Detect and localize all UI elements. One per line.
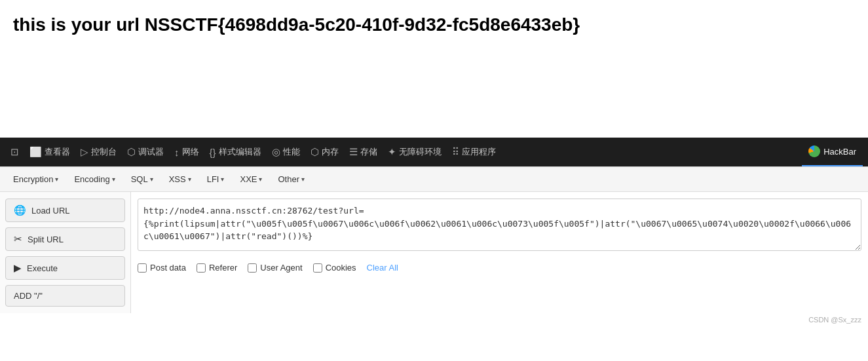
user-agent-checkbox[interactable]: User Agent	[248, 263, 302, 273]
post-data-checkbox[interactable]: Post data	[138, 263, 186, 273]
style-editor-label: 样式编辑器	[219, 146, 261, 158]
hackbar-panel: Encryption ▾ Encoding ▾ SQL ▾ XSS ▾ LFI …	[0, 166, 868, 313]
xxe-arrow: ▾	[259, 176, 262, 183]
devtools-storage[interactable]: ☰ 存储	[344, 138, 383, 166]
storage-label: 存储	[360, 146, 377, 158]
other-arrow: ▾	[301, 176, 305, 183]
other-label: Other	[278, 174, 299, 184]
devtools-accessibility[interactable]: ✦ 无障碍环境	[383, 138, 447, 166]
split-url-label: Split URL	[28, 235, 64, 244]
watermark: CSDN @Sx_zzz	[0, 313, 868, 326]
encoding-label: Encoding	[74, 174, 109, 184]
referer-checkbox[interactable]: Referer	[197, 263, 237, 273]
devtools-memory[interactable]: ⬡ 内存	[305, 138, 344, 166]
performance-label: 性能	[283, 146, 300, 158]
sql-arrow: ▾	[150, 176, 153, 183]
memory-icon: ⬡	[311, 146, 319, 158]
clear-all-button[interactable]: Clear All	[367, 263, 398, 273]
performance-icon: ◎	[272, 146, 280, 158]
accessibility-icon: ✦	[388, 146, 396, 158]
accessibility-label: 无障碍环境	[399, 146, 442, 158]
storage-icon: ☰	[349, 146, 358, 158]
post-data-label: Post data	[150, 263, 186, 273]
sidebar: 🌐 Load URL ✂ Split URL ▶ Execute ADD "/"	[0, 192, 131, 313]
hackbar-label: HackBar	[823, 147, 856, 157]
lfi-arrow: ▾	[221, 176, 224, 183]
menu-sql[interactable]: SQL ▾	[124, 172, 160, 187]
debugger-icon: ⬡	[127, 146, 136, 158]
network-label: 网络	[182, 146, 199, 158]
application-icon: ⠿	[452, 146, 459, 158]
cookies-check[interactable]	[313, 263, 322, 273]
devtools-performance[interactable]: ◎ 性能	[267, 138, 305, 166]
encryption-label: Encryption	[13, 174, 53, 184]
post-data-check[interactable]	[138, 263, 147, 273]
viewer-icon: ⬜	[29, 146, 42, 158]
execute-label: Execute	[27, 263, 58, 273]
watermark-text: CSDN @Sx_zzz	[808, 316, 861, 324]
menu-encryption[interactable]: Encryption ▾	[7, 172, 65, 187]
menu-xxe[interactable]: XXE ▾	[233, 172, 269, 187]
menu-bar: Encryption ▾ Encoding ▾ SQL ▾ XSS ▾ LFI …	[0, 167, 868, 192]
options-bar: Post data Referer User Agent Cookies Cle…	[138, 257, 861, 278]
page-title: this is your url NSSCTF{4698dd9a-5c20-41…	[13, 13, 855, 37]
xss-arrow: ▾	[188, 176, 191, 183]
devtools-debugger[interactable]: ⬡ 调试器	[122, 138, 169, 166]
execute-icon: ▶	[14, 262, 22, 274]
menu-encoding[interactable]: Encoding ▾	[67, 172, 121, 187]
devtools-style-editor[interactable]: {} 样式编辑器	[204, 138, 267, 166]
add-slash-button[interactable]: ADD "/"	[5, 285, 125, 307]
xxe-label: XXE	[240, 174, 257, 184]
load-url-label: Load URL	[31, 206, 70, 216]
referer-label: Referer	[209, 263, 237, 273]
debugger-label: 调试器	[138, 146, 164, 158]
url-area: Post data Referer User Agent Cookies Cle…	[131, 192, 868, 313]
user-agent-check[interactable]	[248, 263, 257, 273]
pick-icon: ⊡	[10, 146, 19, 158]
encoding-arrow: ▾	[112, 176, 115, 183]
menu-lfi[interactable]: LFI ▾	[200, 172, 231, 187]
split-url-button[interactable]: ✂ Split URL	[5, 227, 125, 251]
sql-label: SQL	[131, 174, 148, 184]
add-slash-label: ADD "/"	[14, 291, 43, 301]
top-content: this is your url NSSCTF{4698dd9a-5c20-41…	[0, 0, 868, 138]
devtools-viewer[interactable]: ⬜ 查看器	[24, 138, 75, 166]
console-icon: ▷	[81, 146, 88, 158]
style-editor-icon: {}	[210, 147, 216, 158]
hackbar-tab[interactable]: HackBar	[802, 138, 863, 166]
encryption-arrow: ▾	[55, 176, 58, 183]
devtools-console[interactable]: ▷ 控制台	[75, 138, 122, 166]
hackbar-main: 🌐 Load URL ✂ Split URL ▶ Execute ADD "/"…	[0, 192, 868, 313]
split-url-icon: ✂	[14, 233, 22, 245]
load-url-icon: 🌐	[14, 204, 26, 216]
referer-check[interactable]	[197, 263, 206, 273]
devtools-network[interactable]: ↕ 网络	[169, 138, 204, 166]
cookies-checkbox[interactable]: Cookies	[313, 263, 356, 273]
console-label: 控制台	[91, 146, 117, 158]
menu-other[interactable]: Other ▾	[271, 172, 311, 187]
xss-label: XSS	[169, 174, 186, 184]
memory-label: 内存	[322, 146, 339, 158]
cookies-label: Cookies	[326, 263, 356, 273]
devtools-toolbar: ⊡ ⬜ 查看器 ▷ 控制台 ⬡ 调试器 ↕ 网络 {} 样式编辑器 ◎ 性能 ⬡…	[0, 138, 868, 166]
load-url-button[interactable]: 🌐 Load URL	[5, 199, 125, 222]
network-icon: ↕	[174, 147, 179, 158]
menu-xss[interactable]: XSS ▾	[162, 172, 198, 187]
url-input[interactable]	[138, 199, 861, 251]
lfi-label: LFI	[207, 174, 219, 184]
hackbar-icon	[808, 145, 820, 157]
user-agent-label: User Agent	[260, 263, 302, 273]
devtools-application[interactable]: ⠿ 应用程序	[447, 138, 501, 166]
viewer-label: 查看器	[45, 146, 70, 158]
devtools-pick-icon[interactable]: ⊡	[5, 138, 24, 166]
execute-button[interactable]: ▶ Execute	[5, 256, 125, 280]
application-label: 应用程序	[462, 146, 496, 158]
